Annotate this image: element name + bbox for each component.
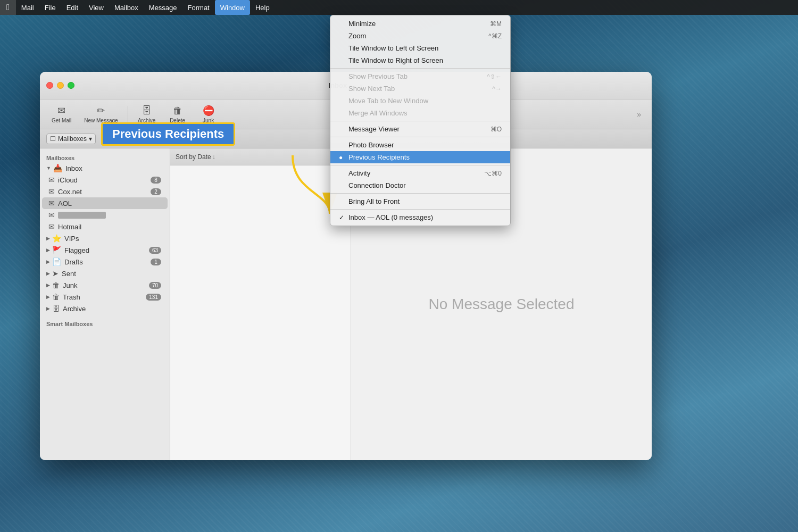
sort-arrow: ↓ <box>212 153 215 161</box>
inbox-icon: 📥 <box>53 164 62 172</box>
mailboxes-section-title: Mailboxes <box>40 153 170 162</box>
archive-icon: 🗄 <box>142 105 152 117</box>
sidebar-item-trash[interactable]: ▶ 🗑 Trash 131 <box>42 291 168 303</box>
menubar-window[interactable]: Window <box>215 0 250 15</box>
menubar-format[interactable]: Format <box>182 0 215 15</box>
sent-label: Sent <box>62 270 161 278</box>
vips-icon: ⭐ <box>52 234 61 243</box>
minimize-shortcut: ⌘M <box>490 20 502 28</box>
menu-sep-4 <box>330 165 510 165</box>
mailbox-selector-icon: ☐ <box>50 135 56 143</box>
close-button[interactable] <box>46 82 53 89</box>
drafts-badge: 1 <box>151 259 161 265</box>
junk-label: Junk <box>63 281 149 289</box>
no-message-text: No Message Selected <box>429 296 575 313</box>
minimize-label: Minimize <box>348 20 479 28</box>
apple-menu[interactable]:  <box>0 0 16 15</box>
blurred-label <box>58 212 106 219</box>
sort-label[interactable]: Sort by Date <box>176 153 211 161</box>
menu-item-show-prev-tab[interactable]: Show Previous Tab ^⇧← <box>330 70 510 82</box>
drafts-triangle: ▶ <box>46 259 50 264</box>
sidebar-item-hotmail[interactable]: ✉ Hotmail <box>42 221 168 232</box>
menu-item-inbox-aol[interactable]: ✓ Inbox — AOL (0 messages) <box>330 211 510 223</box>
menubar-mail[interactable]: Mail <box>16 0 39 15</box>
sidebar-item-drafts[interactable]: ▶ 📄 Drafts 1 <box>42 256 168 268</box>
menubar-mailbox[interactable]: Mailbox <box>109 0 144 15</box>
message-viewer-label: Message Viewer <box>348 125 480 133</box>
cox-label: Cox.net <box>58 188 151 196</box>
connection-doctor-label: Connection Doctor <box>348 181 491 189</box>
photo-browser-label: Photo Browser <box>348 141 491 149</box>
menu-item-zoom[interactable]: Zoom ^⌘Z <box>330 30 510 42</box>
previous-recipients-label: Previous Recipients <box>348 153 491 161</box>
delete-icon: 🗑 <box>173 105 182 117</box>
menu-item-minimize[interactable]: Minimize ⌘M <box>330 18 510 30</box>
hotmail-label: Hotmail <box>58 223 161 231</box>
menubar-file[interactable]: File <box>39 0 61 15</box>
window-menu-dropdown: Minimize ⌘M Zoom ^⌘Z Tile Window to Left… <box>330 15 511 226</box>
sidebar-item-junk[interactable]: ▶ 🗑 Junk 70 <box>42 279 168 291</box>
sidebar-item-icloud[interactable]: ✉ iCloud 8 <box>42 174 168 186</box>
aol-label: AOL <box>58 200 161 207</box>
menubar-help[interactable]: Help <box>250 0 275 15</box>
aol-icon: ✉ <box>48 199 55 207</box>
show-next-tab-shortcut: ^→ <box>492 85 502 93</box>
sidebar-item-vips[interactable]: ▶ ⭐ VIPs <box>42 232 168 244</box>
inbox-aol-label: Inbox — AOL (0 messages) <box>348 213 491 221</box>
menu-item-tile-left[interactable]: Tile Window to Left of Screen <box>330 42 510 54</box>
tile-right-label: Tile Window to Right of Screen <box>348 56 491 64</box>
icloud-icon: ✉ <box>48 176 55 184</box>
menu-item-move-tab[interactable]: Move Tab to New Window <box>330 95 510 107</box>
flagged-triangle: ▶ <box>46 247 50 253</box>
mailbox-selector[interactable]: ☐ Mailboxes ▾ <box>46 134 96 144</box>
junk-triangle: ▶ <box>46 282 50 288</box>
archive-label: Archive <box>63 305 161 313</box>
menu-item-previous-recipients[interactable]: ● Previous Recipients <box>330 151 510 163</box>
sidebar-item-aol[interactable]: ✉ AOL <box>42 197 168 209</box>
flagged-badge: 63 <box>149 247 161 254</box>
icloud-badge: 8 <box>151 177 161 184</box>
toolbar-divider-1 <box>128 106 128 123</box>
sidebar-item-inbox[interactable]: ▼ 📥 Inbox <box>42 162 168 174</box>
menu-sep-2 <box>330 121 510 121</box>
sidebar-item-blurred[interactable]: ✉ <box>42 209 168 221</box>
zoom-button[interactable] <box>68 82 74 89</box>
move-tab-label: Move Tab to New Window <box>348 97 491 105</box>
get-mail-button[interactable]: ✉ Get Mail <box>46 103 77 126</box>
menu-item-merge-windows[interactable]: Merge All Windows <box>330 107 510 119</box>
cox-icon: ✉ <box>48 187 55 196</box>
menubar-message[interactable]: Message <box>144 0 182 15</box>
menubar-edit[interactable]: Edit <box>61 0 84 15</box>
trash-icon: 🗑 <box>52 293 60 301</box>
menu-item-photo-browser[interactable]: Photo Browser <box>330 139 510 151</box>
menu-item-connection-doctor[interactable]: Connection Doctor <box>330 179 510 192</box>
sidebar-item-archive[interactable]: ▶ 🗄 Archive <box>42 303 168 314</box>
minimize-button[interactable] <box>57 82 64 89</box>
activity-label: Activity <box>348 169 473 177</box>
message-viewer-shortcut: ⌘O <box>491 126 502 133</box>
get-mail-icon: ✉ <box>57 105 65 117</box>
show-prev-tab-shortcut: ^⇧← <box>487 73 502 80</box>
traffic-lights <box>46 82 74 89</box>
menu-item-message-viewer[interactable]: Message Viewer ⌘O <box>330 123 510 135</box>
sidebar-item-sent[interactable]: ▶ ➤ Sent <box>42 268 168 279</box>
mailbox-selector-label: Mailboxes <box>58 135 87 143</box>
menu-item-bring-all[interactable]: Bring All to Front <box>330 195 510 207</box>
vips-triangle: ▶ <box>46 236 50 241</box>
zoom-shortcut: ^⌘Z <box>488 32 502 40</box>
merge-windows-label: Merge All Windows <box>348 109 491 117</box>
sidebar: Mailboxes ▼ 📥 Inbox ✉ iCloud 8 ✉ Cox.net… <box>40 148 170 460</box>
sidebar-item-flagged[interactable]: ▶ 🚩 Flagged 63 <box>42 244 168 256</box>
flagged-icon: 🚩 <box>52 246 61 254</box>
menubar-view[interactable]: View <box>84 0 109 15</box>
hotmail-icon: ✉ <box>48 222 55 231</box>
archive-triangle: ▶ <box>46 306 50 311</box>
blurred-icon: ✉ <box>48 211 55 219</box>
menu-item-tile-right[interactable]: Tile Window to Right of Screen <box>330 54 510 66</box>
smart-mailboxes-section-title: Smart Mailboxes <box>40 319 170 328</box>
sidebar-item-cox[interactable]: ✉ Cox.net 2 <box>42 186 168 197</box>
menu-item-show-next-tab[interactable]: Show Next Tab ^→ <box>330 82 510 95</box>
toolbar-overflow-button[interactable]: » <box>633 108 645 121</box>
menu-item-activity[interactable]: Activity ⌥⌘0 <box>330 167 510 179</box>
trash-triangle: ▶ <box>46 294 50 300</box>
